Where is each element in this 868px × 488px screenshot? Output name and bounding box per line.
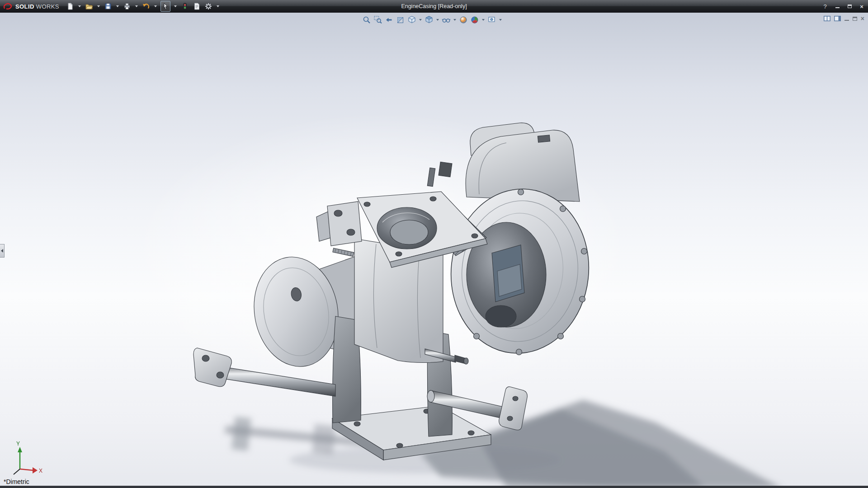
display-style-button[interactable] xyxy=(424,15,434,25)
help-icon: ? xyxy=(823,3,826,10)
threaded-stud[interactable] xyxy=(333,248,354,256)
minimize-icon xyxy=(835,5,840,8)
options-button[interactable] xyxy=(204,1,213,12)
window-bottom-edge xyxy=(0,486,868,488)
view-orientation-cube-icon xyxy=(407,15,416,24)
triad-x-label: X xyxy=(39,468,42,474)
titlebar: SOLIDWORKS xyxy=(0,0,868,13)
print-button[interactable] xyxy=(123,1,132,12)
new-document-icon xyxy=(66,2,74,10)
document-restore-button[interactable] xyxy=(853,17,857,21)
undo-icon xyxy=(142,2,150,10)
document-minimize-button[interactable] xyxy=(844,17,849,21)
view-settings-button[interactable] xyxy=(487,15,497,25)
dropdown-arrow-icon[interactable] xyxy=(217,5,219,7)
graphics-area[interactable]: Y X xyxy=(0,0,868,488)
restore-icon xyxy=(853,17,857,21)
open-folder-icon xyxy=(85,2,93,10)
zoom-to-fit-button[interactable] xyxy=(362,15,372,25)
file-properties-icon xyxy=(193,2,201,10)
task-pane-button[interactable] xyxy=(834,16,841,21)
section-view-icon xyxy=(396,15,405,24)
dropdown-arrow-icon[interactable] xyxy=(499,19,502,21)
close-icon: × xyxy=(861,15,864,22)
previous-view-icon xyxy=(385,15,394,24)
mounting-bracket[interactable] xyxy=(316,202,362,246)
restore-icon xyxy=(848,5,852,8)
file-properties-button[interactable] xyxy=(192,1,201,12)
solidworks-logo-icon xyxy=(3,2,14,10)
save-button[interactable] xyxy=(104,1,113,12)
task-pane-icon xyxy=(834,16,841,21)
split-pane-icon xyxy=(824,16,830,21)
brand-name-bold: SOLID xyxy=(15,3,34,10)
document-close-button[interactable]: × xyxy=(861,15,864,22)
view-settings-icon xyxy=(487,15,496,24)
open-button[interactable] xyxy=(85,1,94,12)
edit-appearance-button[interactable] xyxy=(458,15,468,25)
dropdown-arrow-icon[interactable] xyxy=(453,19,456,21)
document-window-controls: × xyxy=(824,15,864,22)
new-document-button[interactable] xyxy=(66,1,75,12)
dropdown-arrow-icon[interactable] xyxy=(154,5,157,7)
appearance-ball-icon xyxy=(459,15,468,24)
dropdown-arrow-icon[interactable] xyxy=(174,5,177,7)
zoom-to-fit-icon xyxy=(362,15,371,24)
dropdown-arrow-icon[interactable] xyxy=(135,5,138,7)
minimize-button[interactable] xyxy=(833,2,842,10)
minimize-icon xyxy=(844,17,849,21)
eyeglasses-icon xyxy=(442,15,451,24)
view-orientation-label: *Dimetric xyxy=(4,478,29,485)
window-controls: ? × xyxy=(821,0,866,13)
view-orientation-button[interactable] xyxy=(407,15,417,25)
hide-show-items-button[interactable] xyxy=(441,15,451,25)
undo-button[interactable] xyxy=(142,1,151,12)
orientation-triad: Y X xyxy=(14,441,42,474)
dropdown-arrow-icon[interactable] xyxy=(436,19,439,21)
top-studs[interactable] xyxy=(427,162,452,186)
rebuild-stoplight-icon xyxy=(181,2,189,10)
dropdown-arrow-icon[interactable] xyxy=(97,5,100,7)
select-button[interactable] xyxy=(160,1,170,12)
display-style-icon xyxy=(425,15,434,24)
print-icon xyxy=(123,2,131,10)
chevron-left-icon xyxy=(1,249,3,253)
dropdown-arrow-icon[interactable] xyxy=(482,19,485,21)
dropdown-arrow-icon[interactable] xyxy=(78,5,81,7)
split-pane-button[interactable] xyxy=(824,16,830,21)
brand-name-light: WORKS xyxy=(36,3,59,10)
options-gear-icon xyxy=(204,2,212,10)
panel-splitter-tab[interactable] xyxy=(0,244,5,258)
crankcase-housing[interactable] xyxy=(443,182,597,360)
zoom-to-area-icon xyxy=(373,15,382,24)
rebuild-button[interactable] xyxy=(180,1,189,12)
apply-scene-button[interactable] xyxy=(470,15,480,25)
close-icon: × xyxy=(860,3,863,10)
zoom-to-area-button[interactable] xyxy=(373,15,383,25)
previous-view-button[interactable] xyxy=(384,15,394,25)
dropdown-arrow-icon[interactable] xyxy=(419,19,422,21)
triad-y-label: Y xyxy=(16,441,20,447)
select-cursor-icon xyxy=(161,2,170,10)
dropdown-arrow-icon[interactable] xyxy=(116,5,119,7)
save-icon xyxy=(104,2,112,10)
titlebar-toolbar xyxy=(66,1,220,12)
section-view-button[interactable] xyxy=(396,15,406,25)
restore-button[interactable] xyxy=(845,2,854,10)
engine-casing-model[interactable] xyxy=(193,123,597,460)
app-brand: SOLIDWORKS xyxy=(0,2,66,10)
close-button[interactable]: × xyxy=(857,2,866,10)
help-button[interactable]: ? xyxy=(821,2,830,10)
scene-ball-icon xyxy=(470,15,479,24)
headsup-view-toolbar xyxy=(362,15,503,25)
